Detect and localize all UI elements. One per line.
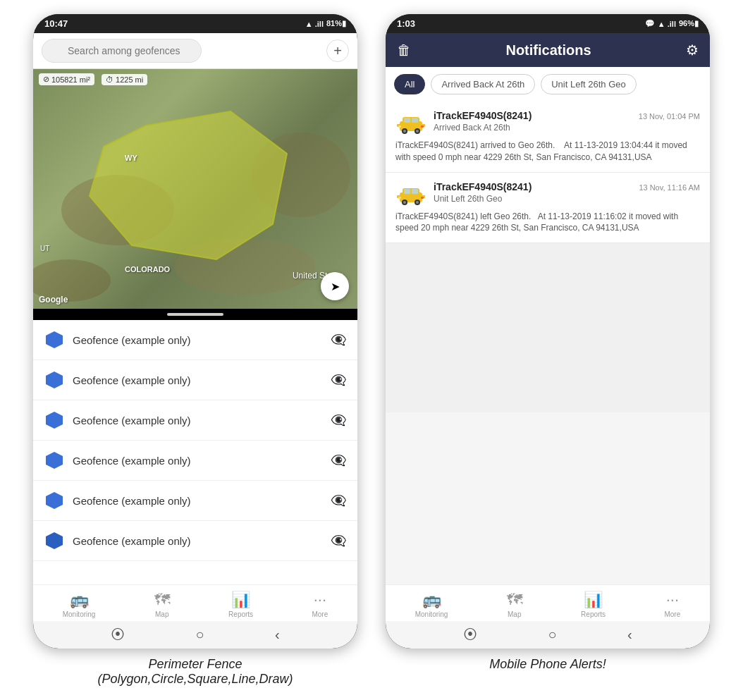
- geofence-item-6[interactable]: Geofence (example only) 👁‍🗨: [33, 521, 357, 561]
- svg-rect-34: [421, 197, 424, 199]
- notification-item-2[interactable]: iTrackEF4940S(8241) 13 Nov, 11:16 AM Uni…: [386, 173, 710, 244]
- map-stats: ⊘ 105821 mi² ⏱ 1225 mi: [39, 73, 147, 85]
- nav-map-1[interactable]: 🗺 Map: [154, 591, 170, 618]
- nav-reports-1[interactable]: 📊 Reports: [228, 591, 253, 618]
- tab-arrived[interactable]: Arrived Back At 26th: [431, 74, 535, 94]
- visibility-icon-2[interactable]: 👁‍🗨: [331, 372, 346, 388]
- phone1-home-indicator: ⦿ ○ ‹: [33, 621, 357, 649]
- svg-marker-7: [46, 412, 63, 429]
- svg-point-17: [403, 130, 406, 133]
- settings-button[interactable]: ⚙: [686, 42, 699, 59]
- geofence-icon-2: [44, 370, 64, 390]
- reports-icon-2: 📊: [584, 591, 603, 609]
- back-button-1[interactable]: ‹: [275, 627, 280, 643]
- distance-icon: ⏱: [106, 75, 113, 84]
- svg-rect-26: [412, 189, 418, 194]
- visibility-icon-1[interactable]: 👁‍🗨: [331, 332, 346, 348]
- map-label-2: Map: [508, 610, 521, 618]
- search-wrapper: 🔍: [42, 39, 321, 63]
- delete-button[interactable]: 🗑: [397, 42, 411, 59]
- more-label-1: More: [312, 610, 328, 618]
- search-input[interactable]: [42, 39, 202, 63]
- map-icon-2: 🗺: [507, 591, 522, 609]
- monitoring-label-1: Monitoring: [63, 610, 96, 618]
- phone1-wrapper: 10:47 ▲ .ill 81%▮ 🔍 +: [33, 14, 357, 687]
- phone2-status-bar: 1:03 💬 ▲ .ill 96%▮: [386, 14, 710, 33]
- notif-timestamp-2: 13 Nov, 11:16 AM: [639, 183, 700, 192]
- monitoring-icon-1: 🚌: [70, 591, 89, 609]
- svg-rect-21: [398, 125, 401, 128]
- phone1: 10:47 ▲ .ill 81%▮ 🔍 +: [33, 14, 357, 649]
- geofence-name-3: Geofence (example only): [73, 415, 322, 426]
- map-stat-area: ⊘ 105821 mi²: [39, 73, 94, 85]
- map-icon-1: 🗺: [154, 591, 170, 609]
- recent-apps-button-1[interactable]: ⦿: [111, 627, 125, 643]
- nav-map-2[interactable]: 🗺 Map: [507, 591, 522, 618]
- recent-apps-button-2[interactable]: ⦿: [463, 627, 477, 643]
- nav-monitoring-1[interactable]: 🚌 Monitoring: [63, 591, 96, 618]
- visibility-icon-3[interactable]: 👁‍🗨: [331, 412, 346, 428]
- map-colorado-label: COLORADO: [125, 265, 170, 274]
- reports-label-2: Reports: [581, 610, 606, 618]
- geofence-item-5[interactable]: Geofence (example only) 👁‍🗨: [33, 481, 357, 521]
- svg-rect-33: [398, 197, 401, 199]
- back-button-2[interactable]: ‹: [627, 627, 632, 643]
- phone1-signal-wifi: ▲ .ill: [305, 20, 324, 28]
- map-stat-distance: ⏱ 1225 mi: [102, 74, 147, 85]
- notifications-tabs: All Arrived Back At 26th Unit Left 26th …: [386, 67, 710, 102]
- svg-marker-6: [46, 372, 63, 388]
- map-ut-label: UT: [40, 245, 49, 252]
- geofence-item-1[interactable]: Geofence (example only) 👁‍🗨: [33, 320, 357, 360]
- car-icon-1: [395, 111, 426, 134]
- svg-marker-10: [46, 532, 63, 549]
- geofence-item-2[interactable]: Geofence (example only) 👁‍🗨: [33, 360, 357, 400]
- home-button-1[interactable]: ○: [196, 627, 204, 643]
- phone2-battery: 96%▮: [679, 19, 699, 28]
- geofence-item-3[interactable]: Geofence (example only) 👁‍🗨: [33, 400, 357, 441]
- monitoring-label-2: Monitoring: [415, 610, 448, 618]
- notif-timestamp-1: 13 Nov, 01:04 PM: [639, 112, 700, 121]
- add-geofence-button[interactable]: +: [326, 39, 349, 62]
- geofence-item-4[interactable]: Geofence (example only) 👁‍🗨: [33, 441, 357, 481]
- phone2-wrapper: 1:03 💬 ▲ .ill 96%▮ 🗑 Notifications ⚙ All…: [386, 14, 710, 672]
- area-icon: ⊘: [43, 75, 49, 84]
- empty-area: [386, 243, 710, 412]
- nav-monitoring-2[interactable]: 🚌 Monitoring: [415, 591, 448, 618]
- area-value: 105821 mi²: [51, 75, 90, 84]
- notif-device-1: iTrackEF4940S(8241): [434, 110, 532, 121]
- phone2-time: 1:03: [397, 18, 415, 29]
- geofence-name-1: Geofence (example only): [73, 334, 322, 346]
- svg-point-29: [403, 201, 406, 204]
- geofence-icon-1: [44, 330, 64, 350]
- navigation-button[interactable]: ➤: [321, 272, 349, 300]
- nav-more-1[interactable]: ··· More: [312, 591, 328, 618]
- geofence-icon-5: [44, 491, 64, 510]
- visibility-icon-6[interactable]: 👁‍🗨: [331, 533, 346, 548]
- svg-marker-8: [46, 452, 63, 469]
- nav-more-2[interactable]: ··· More: [664, 591, 680, 618]
- phone1-search-bar: 🔍 +: [33, 33, 357, 69]
- geofence-name-5: Geofence (example only): [73, 495, 322, 507]
- nav-reports-2[interactable]: 📊 Reports: [581, 591, 606, 618]
- phone1-battery: 81%▮: [326, 19, 346, 28]
- phone2-chat-icon: 💬: [645, 19, 655, 28]
- geofence-icon-3: [44, 410, 64, 430]
- car-avatar-1: [395, 110, 426, 135]
- notifications-title: Notifications: [422, 42, 675, 59]
- notification-item-1[interactable]: iTrackEF4940S(8241) 13 Nov, 01:04 PM Arr…: [386, 102, 710, 173]
- map-wy-label: WY: [125, 154, 137, 162]
- tab-left[interactable]: Unit Left 26th Geo: [541, 74, 637, 94]
- visibility-icon-4[interactable]: 👁‍🗨: [331, 453, 346, 468]
- tab-all[interactable]: All: [394, 74, 425, 94]
- geofence-list: Geofence (example only) 👁‍🗨 Geofence (ex…: [33, 320, 357, 584]
- phone2-caption: Mobile Phone Alerts!: [489, 657, 606, 672]
- more-icon-1: ···: [314, 591, 326, 609]
- geofence-name-6: Geofence (example only): [73, 535, 322, 547]
- home-button-2[interactable]: ○: [548, 627, 557, 643]
- svg-point-18: [416, 130, 419, 133]
- notif-event-1: Arrived Back At 26th: [434, 123, 700, 133]
- reports-icon-1: 📊: [231, 591, 250, 609]
- phone2: 1:03 💬 ▲ .ill 96%▮ 🗑 Notifications ⚙ All…: [386, 14, 710, 649]
- visibility-icon-5[interactable]: 👁‍🗨: [331, 493, 346, 508]
- more-icon-2: ···: [666, 591, 679, 609]
